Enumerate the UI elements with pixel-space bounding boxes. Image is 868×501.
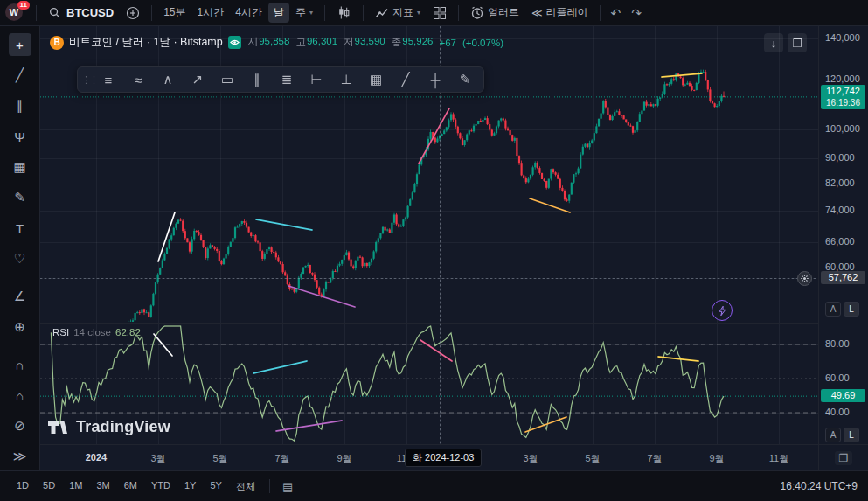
log-scale-button[interactable]: L xyxy=(844,302,859,317)
rsi-log-scale-button[interactable]: L xyxy=(844,428,859,442)
brush-tool[interactable]: ✎ xyxy=(9,186,31,209)
alert-button[interactable]: 얼러트 xyxy=(465,3,524,23)
pitchfork-tool[interactable]: Ψ xyxy=(9,125,31,148)
last-price-value: 112,742 xyxy=(821,86,865,97)
magnet-tool[interactable]: ∩ xyxy=(9,353,31,376)
collapse-toolbar-button[interactable]: ≫ xyxy=(9,445,31,468)
separator xyxy=(151,5,152,21)
visibility-icon[interactable] xyxy=(228,36,241,49)
arrow-marker-icon[interactable]: ↗ xyxy=(183,67,212,92)
trend-lines-icon[interactable]: ≡ xyxy=(94,67,123,92)
fib-levels-icon[interactable]: ≣ xyxy=(272,67,302,92)
symbol-label: BTCUSD xyxy=(66,6,114,19)
grid-box-icon[interactable]: ▦ xyxy=(361,67,391,92)
auto-scale-button[interactable]: A xyxy=(825,302,841,317)
plus-circle-icon xyxy=(126,6,140,20)
goto-date-button[interactable]: ▤ xyxy=(278,478,297,495)
trendline-tool[interactable]: ╱ xyxy=(9,64,31,87)
time-axis[interactable]: 20243월5월7월9월11월20253월5월7월9월11월 화 2024-12… xyxy=(40,444,818,470)
drawing-toolbar: +╱∥Ψ▦✎T♡∠⊕∩⌂⊘≫ xyxy=(0,26,40,470)
drag-handle[interactable]: ⋮⋮ xyxy=(81,74,94,86)
replay-button[interactable]: ≪ 리플레이 xyxy=(526,3,594,23)
range-button-1M[interactable]: 1M xyxy=(63,477,88,496)
fullscreen-button[interactable]: ❐ xyxy=(788,33,807,52)
time-axis-label: 11월 xyxy=(761,452,796,465)
tradingview-app: W 11 BTCUSD 15분1시간4시간날주▾ 지표 ▾ 얼러트 xyxy=(0,0,868,501)
interval-button-15분[interactable]: 15분 xyxy=(158,3,191,23)
time-axis-label: 9월 xyxy=(699,452,734,465)
add-symbol-button[interactable] xyxy=(121,3,145,23)
price-scale-settings-button[interactable] xyxy=(797,271,812,286)
change-value: +67 xyxy=(439,38,456,48)
crosshair-price-badge: 57,762 xyxy=(821,271,865,284)
undo-button[interactable]: ↶ xyxy=(607,4,626,22)
quick-trade-button[interactable] xyxy=(712,300,733,321)
search-icon xyxy=(48,6,61,19)
range-button-1D[interactable]: 1D xyxy=(10,477,35,496)
range-button-6M[interactable]: 6M xyxy=(118,477,143,496)
separator xyxy=(600,5,601,21)
ray-icon[interactable]: ╱ xyxy=(391,67,420,92)
replay-icon: ≪ xyxy=(531,7,543,19)
alarm-clock-icon xyxy=(470,6,484,20)
chart-action-buttons: ↓ ❐ xyxy=(764,33,807,52)
arc-icon[interactable]: ≈ xyxy=(123,67,153,92)
rectangle-icon[interactable]: ▭ xyxy=(212,67,242,92)
interval-button-4시간[interactable]: 4시간 xyxy=(230,3,267,23)
range-button-5D[interactable]: 5D xyxy=(37,477,61,496)
separator xyxy=(36,5,37,21)
rsi-auto-scale-button[interactable]: A xyxy=(825,428,841,442)
text-tool[interactable]: T xyxy=(9,217,31,240)
user-menu-button[interactable]: W 11 xyxy=(5,3,28,23)
zoom-tool[interactable]: ⊕ xyxy=(9,316,31,338)
emoji-tool[interactable]: ♡ xyxy=(9,247,31,270)
symbol-search-button[interactable]: BTCUSD xyxy=(43,4,119,21)
range-button-5Y[interactable]: 5Y xyxy=(204,477,227,496)
candlestick-icon xyxy=(337,5,351,20)
remove-drawings-tool[interactable]: ⊘ xyxy=(9,414,31,437)
interval-button-날[interactable]: 날 xyxy=(268,3,289,23)
layout-grid-button[interactable] xyxy=(427,3,452,23)
crosshair-tool[interactable]: + xyxy=(9,33,31,56)
range-icon[interactable]: ⊢ xyxy=(302,67,331,92)
price-axis[interactable]: 112,742 16:19:36 57,762 49.69 A L A L 14… xyxy=(818,26,868,444)
time-axis-label: 9월 xyxy=(327,452,362,465)
gann-fib-tool[interactable]: ▦ xyxy=(9,156,31,178)
measure-tool[interactable]: ∠ xyxy=(9,285,31,308)
clock-label[interactable]: 16:40:24 UTC+9 xyxy=(781,480,858,492)
ohlc-values: 시95,858 고96,301 저93,590 종95,926 +67 (+0.… xyxy=(248,36,503,49)
chart-type-button[interactable] xyxy=(331,3,357,23)
rsi-legend[interactable]: RSI 14 close 62.82 xyxy=(52,327,141,337)
goto-recent-button[interactable]: ↓ xyxy=(764,33,783,52)
time-axis-label: 7월 xyxy=(265,452,300,465)
indicator-icon xyxy=(375,6,389,20)
anchor-icon[interactable]: ⊥ xyxy=(331,67,361,92)
change-percent: (+0.07%) xyxy=(462,38,503,48)
range-button-1Y[interactable]: 1Y xyxy=(178,477,202,496)
interval-button-주[interactable]: 주▾ xyxy=(290,3,318,23)
tradingview-logo-icon xyxy=(48,420,69,435)
pen-icon[interactable]: ✎ xyxy=(450,67,480,92)
range-button-3M[interactable]: 3M xyxy=(90,477,115,496)
objects-tree-tool[interactable]: ⌂ xyxy=(9,384,31,407)
symbol-title[interactable]: 비트코인 / 달러 · 1날 · Bitstamp xyxy=(69,35,223,50)
redo-button[interactable]: ↷ xyxy=(627,4,646,22)
lightning-icon xyxy=(717,305,728,317)
cross-line-icon[interactable]: ┼ xyxy=(420,67,450,92)
chevron-down-icon: ▾ xyxy=(309,9,313,17)
interval-group: 15분1시간4시간날주▾ xyxy=(158,3,318,23)
range-button-YTD[interactable]: YTD xyxy=(145,477,177,496)
chart-legend: B 비트코인 / 달러 · 1날 · Bitstamp 시95,858 고96,… xyxy=(50,35,503,50)
parallel-channel-icon[interactable]: ∥ xyxy=(242,67,272,92)
axis-corner: ❐ xyxy=(818,444,868,470)
axis-settings-button[interactable]: ❐ xyxy=(835,451,853,465)
range-button-전체[interactable]: 전체 xyxy=(230,477,261,496)
floating-drawing-toolbar: ⋮⋮ ≡≈∧↗▭∥≣⊢⊥▦╱┼✎ xyxy=(77,66,484,93)
interval-button-1시간[interactable]: 1시간 xyxy=(192,3,230,23)
separator xyxy=(363,5,364,21)
channel-tool[interactable]: ∥ xyxy=(9,94,31,117)
price-axis-label: 100,000 xyxy=(825,123,860,134)
indicators-button[interactable]: 지표 ▾ xyxy=(370,3,426,23)
price-axis-label: 140,000 xyxy=(825,32,860,43)
zigzag-pattern-icon[interactable]: ∧ xyxy=(153,67,183,92)
